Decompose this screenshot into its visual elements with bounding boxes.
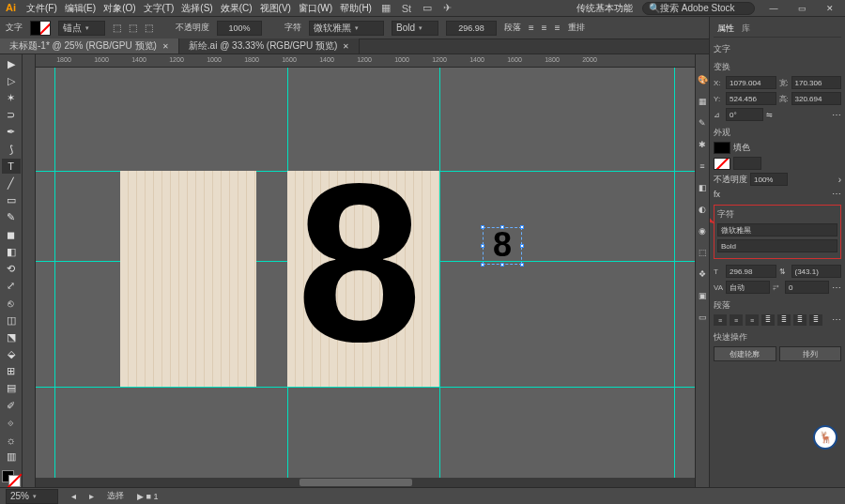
window-min[interactable]: — (764, 2, 783, 15)
leading-field[interactable]: (343.1) (791, 265, 842, 278)
direct-select-tool[interactable]: ▷ (2, 73, 21, 88)
mesh-tool[interactable]: ⊞ (2, 364, 21, 379)
line-tool[interactable]: ╱ (2, 176, 21, 191)
artboards-panel-icon[interactable]: ▭ (697, 311, 709, 323)
font-size[interactable]: 296.98 (446, 21, 497, 36)
canvas[interactable]: 8 8 (36, 68, 695, 487)
scale-tool[interactable]: ⤢ (2, 279, 21, 294)
anchor-a-icon[interactable]: ⬚ (113, 23, 121, 33)
brushes-panel-icon[interactable]: ✎ (697, 116, 709, 129)
angle-field[interactable]: 0° (726, 108, 763, 121)
window-close[interactable]: ✕ (821, 2, 839, 15)
gpu-icon[interactable]: ✈ (441, 2, 454, 15)
tracking-field[interactable]: 自动 (726, 281, 770, 294)
create-outlines-button[interactable]: 创建轮廓 (714, 346, 776, 361)
fill-stroke-swatch[interactable] (30, 21, 51, 36)
opacity-field[interactable]: 100% (750, 173, 788, 186)
anchor-c-icon[interactable]: ⬚ (145, 23, 153, 33)
y-field[interactable]: 524.456 (726, 92, 776, 105)
guide[interactable] (439, 68, 440, 487)
doc-tab-1[interactable]: 未标题-1* @ 25% (RGB/GPU 预览)✕ (0, 38, 179, 53)
flip-h-icon[interactable]: ⇋ (766, 111, 776, 119)
rect-tool[interactable]: ▭ (2, 193, 21, 208)
justify-r[interactable]: ≣ (793, 314, 807, 326)
x-field[interactable]: 1079.004 (726, 76, 776, 89)
font-weight-field[interactable]: Bold (717, 239, 837, 252)
guide[interactable] (674, 68, 675, 487)
arrange-icon[interactable]: ▭ (421, 2, 434, 15)
libraries-tab[interactable]: 库 (742, 23, 750, 35)
gradient-panel-icon[interactable]: ◧ (697, 181, 709, 193)
menu-help[interactable]: 帮助(H) (340, 2, 372, 15)
graph-tool[interactable]: ▥ (2, 450, 21, 465)
justify-c[interactable]: ≣ (777, 314, 791, 326)
selection-tool[interactable]: ▶ (2, 56, 21, 71)
menu-type[interactable]: 文字(T) (144, 2, 175, 15)
symbols-panel-icon[interactable]: ✱ (697, 138, 709, 150)
font-weight[interactable]: Bold▾ (392, 21, 438, 36)
reflow-label[interactable]: 重排 (568, 22, 585, 34)
type-tool[interactable]: T (2, 159, 21, 174)
stroke-weight[interactable]: 锚点▾ (58, 21, 105, 36)
blend-tool[interactable]: ⟐ (2, 415, 21, 430)
align-c[interactable]: ≡ (730, 314, 743, 326)
align-r[interactable]: ≡ (745, 314, 759, 326)
perspective-tool[interactable]: ⬙ (2, 346, 21, 361)
more-icon[interactable]: ⋯ (832, 283, 841, 293)
lasso-tool[interactable]: ⊃ (2, 108, 21, 123)
color-panel-icon[interactable]: 🎨 (697, 73, 709, 85)
pen-tool[interactable]: ✒ (2, 125, 21, 140)
menu-effect[interactable]: 效果(C) (221, 2, 253, 15)
stock-icon[interactable]: St (400, 2, 413, 15)
canvas-area[interactable]: 1800 1600 1400 1200 1000 1800 1600 1400 … (23, 54, 695, 487)
workspace-switcher[interactable]: 传统基本功能 (576, 2, 633, 15)
props-tab[interactable]: 属性 (717, 23, 734, 35)
nav-next-icon[interactable]: ▸ (89, 491, 94, 501)
close-icon[interactable]: ✕ (162, 42, 169, 51)
align-left-icon[interactable]: ≡ (529, 23, 534, 33)
font-family[interactable]: 微软雅黑▾ (309, 21, 384, 36)
selected-text-object[interactable]: 8 (483, 227, 522, 265)
menu-file[interactable]: 文件(F) (26, 2, 57, 15)
free-transform-tool[interactable]: ◫ (2, 313, 21, 328)
menu-view[interactable]: 视图(V) (260, 2, 291, 15)
menu-object[interactable]: 对象(O) (103, 2, 135, 15)
guide[interactable] (54, 68, 55, 487)
justify-a[interactable]: ≣ (809, 314, 822, 326)
h-field[interactable]: 320.694 (791, 92, 842, 105)
justify-l[interactable]: ≣ (761, 314, 775, 326)
close-icon[interactable]: ✕ (343, 42, 349, 51)
shaper-tool[interactable]: ◼ (2, 227, 21, 242)
nav-prev-icon[interactable]: ◂ (71, 491, 76, 501)
search-input[interactable]: 🔍 搜索 Adobe Stock (642, 2, 755, 15)
align-right-icon[interactable]: ≡ (555, 23, 561, 33)
more-icon[interactable]: ⋯ (832, 189, 841, 199)
eraser-tool[interactable]: ◧ (2, 244, 21, 259)
bridge-icon[interactable]: ▦ (379, 2, 392, 15)
asset-panel-icon[interactable]: ▣ (697, 289, 709, 301)
graphic-styles-icon[interactable]: ⬚ (697, 246, 709, 258)
more-icon[interactable]: ⋯ (832, 314, 841, 326)
gradient-tool[interactable]: ▤ (2, 381, 21, 396)
menu-window[interactable]: 窗口(W) (299, 2, 332, 15)
fill-swatch[interactable] (714, 142, 730, 154)
h-scrollbar[interactable] (36, 478, 695, 487)
kern-field[interactable]: 0 (785, 281, 829, 294)
anchor-b-icon[interactable]: ⬚ (129, 23, 137, 33)
menu-edit[interactable]: 编辑(E) (65, 2, 96, 15)
font-family-field[interactable]: 微软雅黑 (717, 223, 837, 237)
stroke-swatch[interactable] (714, 158, 730, 170)
align-center-icon[interactable]: ≡ (542, 23, 547, 33)
curvature-tool[interactable]: ⟆ (2, 142, 21, 157)
opacity-field[interactable]: 100% (217, 21, 262, 36)
symbol-tool[interactable]: ☼ (2, 432, 21, 447)
appearance-panel-icon[interactable]: ◉ (697, 224, 709, 237)
shape-builder-tool[interactable]: ⬔ (2, 329, 21, 344)
size-field[interactable]: 296.98 (726, 265, 776, 278)
rotate-tool[interactable]: ⟲ (2, 261, 21, 276)
w-field[interactable]: 170.306 (791, 76, 842, 89)
stroke-w[interactable] (733, 157, 761, 170)
eyedropper-tool[interactable]: ✐ (2, 398, 21, 413)
fx-button[interactable]: fx (714, 190, 720, 199)
menu-select[interactable]: 选择(S) (181, 2, 212, 15)
